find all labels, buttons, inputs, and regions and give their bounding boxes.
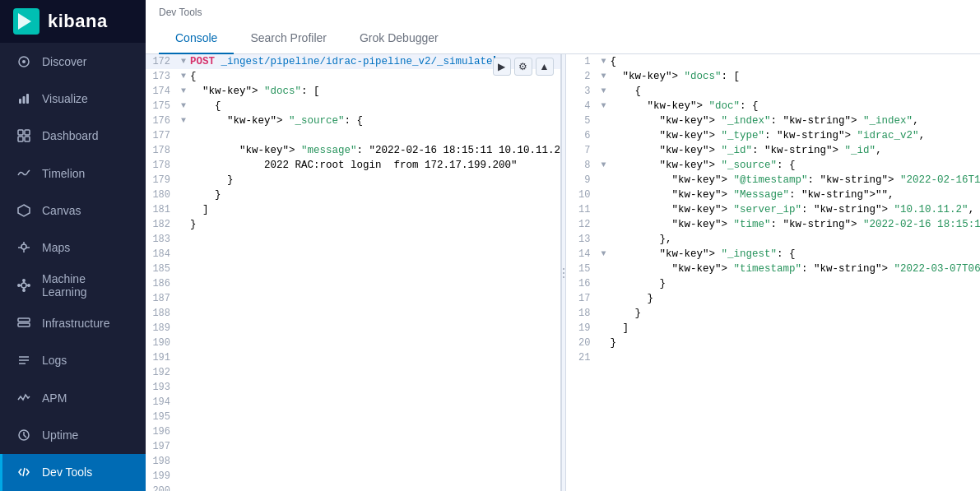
tab-search-profiler[interactable]: Search Profiler	[234, 23, 343, 54]
line-number: 185	[146, 262, 177, 276]
table-row: 16 }	[566, 276, 981, 291]
table-row: 3▼ {	[566, 84, 981, 99]
svg-point-2	[22, 60, 26, 63]
sidebar-item-uptime[interactable]: Uptime	[0, 416, 146, 453]
sidebar-item-dashboard[interactable]: Dashboard	[0, 118, 146, 155]
line-content: "kw-key"> "doc": {	[611, 99, 981, 113]
svg-point-16	[28, 285, 30, 286]
table-row: 21	[566, 350, 981, 365]
collapse-button[interactable]: ▲	[536, 58, 554, 76]
sidebar-item-maps[interactable]: Maps	[0, 229, 146, 266]
table-row: 190	[146, 336, 560, 350]
svg-point-15	[18, 285, 20, 286]
line-content: "kw-key"> "_index": "kw-string"> "_index…	[611, 113, 981, 128]
table-row: 180 }	[146, 188, 560, 202]
sidebar-item-timelion[interactable]: Timelion	[0, 155, 146, 192]
line-number: 18	[566, 306, 597, 321]
line-number: 195	[146, 410, 177, 424]
svg-rect-8	[18, 137, 23, 141]
line-number: 11	[566, 202, 597, 217]
line-number: 190	[146, 336, 177, 350]
line-number: 194	[146, 395, 177, 410]
line-content: }	[611, 306, 981, 321]
svg-point-14	[23, 290, 25, 291]
line-number: 17	[566, 291, 597, 306]
table-row: 12 "kw-key"> "time": "kw-string"> "2022-…	[566, 217, 981, 232]
sidebar-item-visualize[interactable]: Visualize	[0, 80, 146, 117]
line-number: 184	[146, 247, 177, 262]
line-content: "kw-key"> "_source": {	[190, 113, 560, 128]
left-code-editor[interactable]: 172▼POST _ingest/pipeline/idrac-pipeline…	[146, 54, 560, 491]
divider-dot	[563, 272, 564, 274]
line-number: 183	[146, 232, 177, 247]
settings-button[interactable]: ⚙	[514, 58, 532, 76]
table-row: 183	[146, 232, 560, 247]
table-row: 1▼{	[566, 54, 981, 69]
line-content: "kw-key"> "docs": [	[190, 84, 560, 99]
line-number: 181	[146, 202, 177, 217]
fold-indicator: ▼	[597, 99, 611, 113]
line-number: 13	[566, 232, 597, 247]
table-row: 198	[146, 454, 560, 469]
line-content: },	[611, 232, 981, 247]
sidebar-item-logs[interactable]: Logs	[0, 342, 146, 379]
table-row: 7 "kw-key"> "_id": "kw-string"> "_id",	[566, 143, 981, 158]
fold-indicator[interactable]: ▼	[177, 69, 190, 84]
sidebar-item-discover[interactable]: Discover	[0, 43, 146, 80]
line-content: "kw-key"> "time": "kw-string"> "2022-02-…	[611, 217, 981, 232]
svg-marker-10	[18, 205, 30, 216]
line-content: }	[190, 173, 560, 188]
line-number: 1	[566, 54, 597, 69]
svg-point-11	[21, 244, 26, 249]
sidebar-item-infrastructure[interactable]: Infrastructure	[0, 304, 146, 341]
table-row: 9 "kw-key"> "@timestamp": "kw-string"> "…	[566, 173, 981, 188]
sidebar-item-dev-tools[interactable]: Dev Tools	[0, 454, 146, 491]
discover-icon	[16, 53, 32, 70]
table-row: 10 "kw-key"> "Message": "kw-string">"",	[566, 188, 981, 202]
logs-label: Logs	[42, 354, 67, 367]
fold-indicator[interactable]: ▼	[177, 84, 190, 99]
canvas-icon	[16, 202, 32, 219]
fold-indicator[interactable]: ▼	[177, 99, 190, 113]
sidebar-item-canvas[interactable]: Canvas	[0, 192, 146, 229]
fold-indicator[interactable]: ▼	[177, 54, 190, 69]
line-number: 187	[146, 291, 177, 306]
table-row: 5 "kw-key"> "_index": "kw-string"> "_ind…	[566, 113, 981, 128]
dashboard-label: Dashboard	[42, 129, 99, 142]
divider-dot	[563, 268, 564, 270]
line-number: 172	[146, 54, 177, 69]
line-number: 10	[566, 188, 597, 202]
line-number: 174	[146, 84, 177, 99]
infrastructure-label: Infrastructure	[42, 317, 109, 330]
discover-label: Discover	[42, 55, 86, 68]
run-button[interactable]: ▶	[493, 58, 511, 76]
line-number: 4	[566, 99, 597, 113]
line-number: 179	[146, 173, 177, 188]
machine-learning-icon	[16, 277, 32, 294]
tab-console[interactable]: Console	[159, 23, 234, 54]
line-content: 2022 RAC:root login from 172.17.199.200"	[190, 158, 560, 173]
main-content: Dev Tools Console Search Profiler Grok D…	[146, 0, 980, 491]
tab-grok-debugger[interactable]: Grok Debugger	[343, 23, 455, 54]
table-row: 195	[146, 410, 560, 424]
line-number: 186	[146, 276, 177, 291]
line-content: {	[190, 99, 560, 113]
line-number: 177	[146, 128, 177, 143]
dev-tools-label: Dev Tools	[42, 466, 92, 479]
editor-area: 172▼POST _ingest/pipeline/idrac-pipeline…	[146, 54, 980, 491]
fold-indicator: ▼	[597, 69, 611, 84]
right-code-editor: 1▼{2▼ "kw-key"> "docs": [3▼ {4▼ "kw-key"…	[566, 54, 981, 491]
fold-indicator[interactable]: ▼	[177, 113, 190, 128]
apm-label: APM	[42, 391, 67, 405]
table-row: 186	[146, 276, 560, 291]
svg-point-13	[23, 280, 25, 281]
line-content: {	[611, 54, 981, 69]
fold-indicator: ▼	[597, 84, 611, 99]
table-row: 177	[146, 128, 560, 143]
sidebar-item-apm[interactable]: APM	[0, 379, 146, 416]
line-content: "kw-key"> "_source": {	[611, 158, 981, 173]
table-row: 200	[146, 484, 560, 491]
line-number: 173	[146, 69, 177, 84]
sidebar-item-machine-learning[interactable]: Machine Learning	[0, 266, 146, 304]
line-number: 15	[566, 262, 597, 276]
